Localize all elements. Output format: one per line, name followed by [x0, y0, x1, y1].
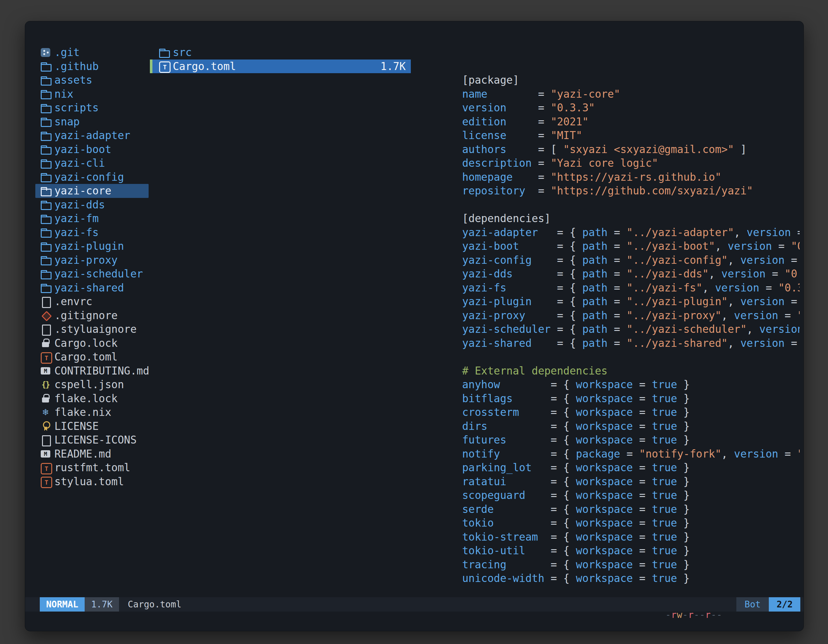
syntax-segment: path: [582, 323, 607, 335]
syntax-segment: =: [785, 254, 800, 266]
syntax-segment: }: [677, 489, 690, 501]
syntax-segment: ,: [728, 254, 740, 266]
file-row[interactable]: stylua.toml: [35, 475, 149, 489]
toml-icon: [40, 462, 51, 473]
file-row[interactable]: CONTRIBUTING.md: [35, 364, 149, 378]
file-name-label: LICENSE: [55, 420, 99, 432]
folder-icon: [40, 74, 51, 86]
file-row[interactable]: yazi-shared: [35, 281, 149, 295]
file-row[interactable]: Cargo.toml 1.7K: [150, 60, 411, 74]
file-row[interactable]: yazi-config: [35, 170, 149, 184]
file-row[interactable]: yazi-fs: [35, 226, 149, 240]
lock-icon: [40, 393, 51, 404]
syntax-segment: true: [652, 572, 677, 584]
file-row[interactable]: yazi-fm: [35, 212, 149, 226]
file-row[interactable]: yazi-scheduler: [35, 267, 149, 281]
folder-icon: [40, 144, 51, 155]
file-row[interactable]: LICENSE: [35, 419, 149, 433]
syntax-segment: workspace: [576, 378, 633, 391]
file-row[interactable]: README.md: [35, 447, 149, 461]
syntax-segment: = {: [544, 572, 576, 584]
syntax-segment: "notify-fork": [639, 448, 721, 460]
syntax-segment: true: [652, 378, 677, 391]
mode-indicator: NORMAL: [40, 597, 85, 611]
file-row[interactable]: yazi-proxy: [35, 253, 149, 267]
syntax-segment: }: [677, 475, 690, 488]
syntax-segment: = {: [500, 448, 576, 460]
syntax-segment: workspace: [576, 392, 633, 405]
file-row[interactable]: snap: [35, 115, 149, 129]
file-row[interactable]: flake.lock: [35, 392, 149, 406]
syntax-segment: true: [652, 420, 677, 432]
syntax-segment: = {: [494, 503, 576, 516]
syntax-segment: =: [620, 448, 639, 460]
syntax-segment: = {: [525, 309, 582, 322]
file-row[interactable]: assets: [35, 73, 149, 87]
file-row[interactable]: yazi-boot: [35, 143, 149, 157]
file-row[interactable]: .gitignore: [35, 309, 149, 323]
file-row[interactable]: Cargo.toml: [35, 350, 149, 364]
file-row[interactable]: scripts: [35, 101, 149, 115]
syntax-segment: path: [582, 254, 607, 266]
file-row[interactable]: LICENSE-ICONS: [35, 433, 149, 447]
markdown-icon: [40, 365, 51, 376]
syntax-segment: ,: [734, 226, 747, 239]
syntax-segment: =: [765, 268, 785, 280]
syntax-segment: }: [677, 378, 690, 391]
file-row[interactable]: rustfmt.toml: [35, 461, 149, 475]
file-name-label: flake.lock: [55, 392, 118, 405]
syntax-segment: version: [734, 309, 778, 322]
syntax-segment: =: [513, 171, 550, 183]
file-name-label: yazi-config: [55, 171, 124, 183]
file-row[interactable]: cspell.json: [35, 378, 149, 392]
file-row[interactable]: yazi-core: [35, 184, 149, 198]
syntax-segment: path: [582, 282, 607, 294]
file-row[interactable]: .envrc: [35, 295, 149, 309]
file-name-label: Cargo.toml: [173, 60, 236, 72]
syntax-segment: =: [633, 544, 652, 557]
syntax-segment: =: [778, 448, 797, 460]
permission-char: --: [694, 610, 706, 620]
file-row[interactable]: yazi-cli: [35, 156, 149, 170]
file-name-label: src: [173, 46, 192, 58]
syntax-segment: "https://github.com/sxyazi/yazi": [550, 185, 753, 197]
syntax-segment: }: [677, 558, 690, 571]
syntax-segment: "2021": [550, 116, 588, 128]
file-row[interactable]: yazi-dds: [35, 198, 149, 212]
syntax-segment: = {: [506, 475, 576, 488]
syntax-segment: = {: [519, 240, 582, 252]
file-row[interactable]: src: [150, 45, 411, 60]
syntax-segment: =: [607, 254, 627, 266]
preview-line: anyhow = { workspace = true }: [424, 350, 800, 364]
file-row[interactable]: .git: [35, 45, 149, 60]
syntax-segment: "Yazi core logic": [550, 157, 658, 169]
file-name-label: CONTRIBUTING.md: [55, 365, 149, 377]
file-name-label: yazi-plugin: [55, 240, 124, 252]
syntax-segment: }: [677, 406, 690, 418]
file-name-label: stylua.toml: [55, 475, 124, 488]
file-row[interactable]: flake.nix: [35, 405, 149, 419]
syntax-segment: true: [652, 489, 677, 501]
file-row[interactable]: .github: [35, 60, 149, 74]
json-icon: [40, 379, 51, 390]
syntax-segment: "https://yazi-rs.github.io": [550, 171, 721, 183]
file-row[interactable]: yazi-adapter: [35, 128, 149, 143]
syntax-segment: = {: [538, 531, 576, 543]
file-row[interactable]: .styluaignore: [35, 322, 149, 336]
file-row[interactable]: nix: [35, 87, 149, 101]
file-row[interactable]: yazi-plugin: [35, 239, 149, 253]
current-directory-pane: src Cargo.toml 1.7K: [150, 45, 411, 73]
file-name-label: assets: [55, 74, 92, 86]
syntax-segment: =: [607, 268, 627, 280]
file-name-label: yazi-core: [55, 185, 111, 197]
toml-icon: [158, 60, 169, 72]
file-name-label: nix: [55, 88, 74, 100]
syntax-segment: version: [721, 268, 765, 280]
syntax-segment: # External dependencies: [462, 365, 607, 377]
file-row[interactable]: Cargo.lock: [35, 336, 149, 350]
status-file-name: Cargo.toml: [128, 599, 182, 610]
syntax-segment: version: [759, 323, 800, 335]
syntax-segment: = {: [532, 461, 576, 474]
syntax-segment: = {: [506, 282, 582, 294]
file-icon: [40, 434, 51, 446]
